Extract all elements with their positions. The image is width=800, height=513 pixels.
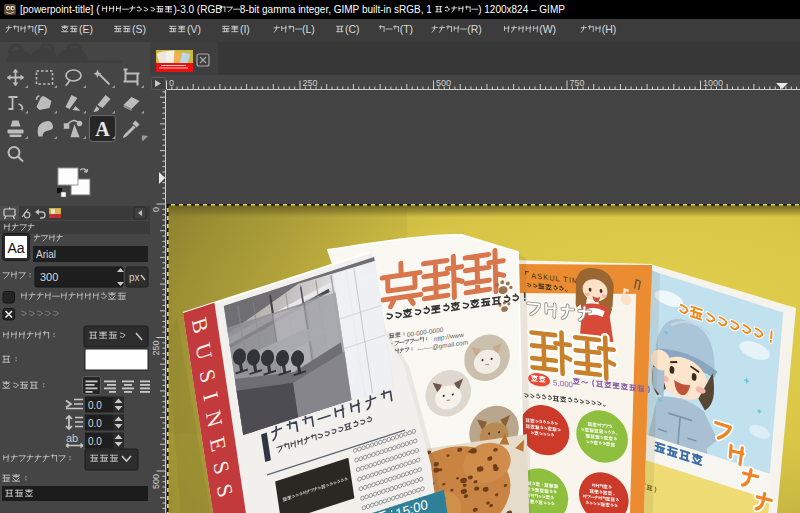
svg-text:750: 750: [570, 78, 585, 88]
svg-text:500: 500: [151, 474, 161, 489]
svg-text:(S): (S): [132, 23, 146, 35]
svg-text:250: 250: [303, 78, 318, 88]
svg-text:(R): (R): [467, 23, 482, 35]
svg-text:300: 300: [40, 271, 58, 283]
svg-text:Aa: Aa: [7, 240, 24, 256]
svg-text:(W): (W): [539, 23, 556, 35]
svg-text:[powerpoint-title] (: [powerpoint-title] (: [20, 4, 100, 15]
svg-text:(L): (L): [302, 23, 315, 35]
svg-text:Arial: Arial: [36, 249, 56, 260]
svg-text:0.0: 0.0: [88, 436, 102, 447]
svg-text:250: 250: [151, 341, 161, 356]
svg-text:0.0: 0.0: [88, 418, 102, 429]
svg-text:1000: 1000: [703, 78, 723, 88]
svg-text:px: px: [129, 272, 140, 283]
svg-text:(H): (H): [602, 23, 617, 35]
svg-text:0: 0: [151, 207, 161, 212]
svg-text:(V): (V): [187, 23, 201, 35]
svg-text:A: A: [95, 118, 110, 140]
svg-text:(F): (F): [34, 23, 47, 35]
svg-text:ab: ab: [66, 432, 78, 444]
svg-text:)-3.0 (RGB: )-3.0 (RGB: [174, 4, 223, 15]
svg-text:0: 0: [169, 78, 174, 88]
svg-text:8-bit gamma integer, GIMP buil: 8-bit gamma integer, GIMP built-in sRGB,…: [240, 4, 433, 15]
svg-text:(E): (E): [79, 23, 93, 35]
svg-text:500: 500: [436, 78, 451, 88]
svg-text:(T): (T): [400, 23, 413, 35]
svg-text:) 1200x824 – GIMP: ) 1200x824 – GIMP: [478, 4, 565, 15]
svg-text:(C): (C): [345, 23, 360, 35]
svg-text:0.0: 0.0: [88, 400, 102, 411]
svg-text:(I): (I): [240, 23, 250, 35]
